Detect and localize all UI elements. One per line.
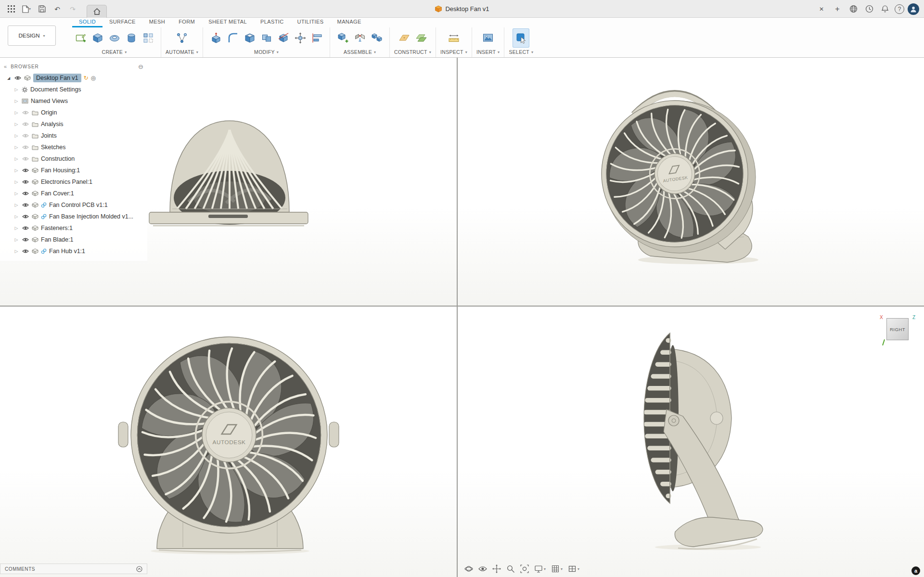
revolve-torus-button[interactable]: [106, 28, 123, 48]
browser-item-label[interactable]: Named Views: [31, 98, 68, 104]
expand-comments-icon[interactable]: [136, 566, 142, 572]
expand-arrow-icon[interactable]: ▷: [13, 145, 19, 150]
browser-root-item[interactable]: ◢ Desktop Fan v1 ↻ ◎: [0, 72, 147, 84]
browser-item-document-settings[interactable]: ▷Document Settings: [0, 84, 147, 95]
tab-utilities[interactable]: UTILITIES: [291, 18, 331, 27]
browser-item-label[interactable]: Fan Cover:1: [41, 190, 74, 197]
home-tab[interactable]: [87, 5, 107, 18]
viewcube-face[interactable]: RIGHT: [886, 318, 909, 340]
visibility-eye-icon[interactable]: [22, 133, 29, 138]
redo-button[interactable]: ↷: [66, 3, 79, 15]
pattern-button[interactable]: [140, 28, 156, 48]
expand-arrow-icon[interactable]: ▷: [13, 191, 19, 196]
viewcube[interactable]: X Z RIGHT: [886, 318, 910, 341]
tab-solid[interactable]: SOLID: [72, 18, 103, 27]
browser-item-fan-hub-v1-1[interactable]: ▷Fan Hub v1:1: [0, 245, 147, 257]
notifications-bell-icon[interactable]: [879, 3, 891, 15]
expand-arrow-icon[interactable]: ▷: [13, 87, 19, 92]
browser-item-fan-cover-1[interactable]: ▷Fan Cover:1: [0, 188, 147, 199]
browser-item-label[interactable]: Fasteners:1: [41, 225, 73, 231]
align-button[interactable]: [308, 28, 325, 48]
expand-arrow-icon[interactable]: ▷: [13, 156, 19, 161]
expand-arrow-icon[interactable]: ▷: [13, 226, 19, 231]
select-button[interactable]: [513, 28, 529, 48]
browser-item-origin[interactable]: ▷Origin: [0, 107, 147, 118]
expand-arrow-icon[interactable]: ▷: [13, 99, 19, 103]
look-at-button[interactable]: [478, 565, 487, 572]
save-button[interactable]: [36, 3, 48, 15]
file-menu-icon[interactable]: ▾: [20, 3, 33, 15]
browser-item-joints[interactable]: ▷Joints: [0, 130, 147, 141]
browser-item-fasteners-1[interactable]: ▷Fasteners:1: [0, 222, 147, 234]
press-pull-button[interactable]: [207, 28, 224, 48]
expand-arrow-icon[interactable]: ▷: [13, 110, 19, 115]
move-copy-button[interactable]: [292, 28, 308, 48]
visibility-eye-icon[interactable]: [22, 191, 29, 196]
browser-item-label[interactable]: Sketches: [41, 144, 65, 151]
expand-arrow-icon[interactable]: ▷: [13, 180, 19, 184]
expand-arrow-icon[interactable]: ▷: [13, 122, 19, 127]
expand-arrow-icon[interactable]: ▷: [13, 203, 19, 207]
create-sketch-button[interactable]: [72, 28, 89, 48]
visibility-eye-icon[interactable]: [22, 168, 29, 173]
sync-status-icon[interactable]: ↻: [84, 75, 89, 81]
browser-root-label[interactable]: Desktop Fan v1: [33, 74, 81, 82]
joint-button[interactable]: [351, 28, 368, 48]
viewport-front-view[interactable]: AUTODESK: [0, 307, 457, 577]
shell-button[interactable]: [241, 28, 258, 48]
visibility-eye-icon[interactable]: [22, 214, 29, 219]
expand-arrow-icon[interactable]: ◢: [6, 76, 12, 80]
browser-item-sketches[interactable]: ▷Sketches: [0, 141, 147, 153]
viewport-right-view[interactable]: X Z RIGHT ▾ ▾ ▾: [458, 307, 924, 577]
measure-button[interactable]: [446, 28, 462, 48]
app-grid-menu-icon[interactable]: [5, 3, 17, 15]
rigid-group-button[interactable]: [368, 28, 385, 48]
browser-item-label[interactable]: Fan Housing:1: [41, 167, 80, 174]
browser-item-label[interactable]: Fan Control PCB v1:1: [49, 202, 108, 208]
zoom-button[interactable]: [506, 564, 515, 573]
activate-component-radio-icon[interactable]: ◎: [91, 75, 96, 81]
grid-display-button[interactable]: ▾: [551, 564, 563, 573]
close-document-button[interactable]: ✕: [815, 3, 828, 15]
visibility-eye-icon[interactable]: [22, 203, 29, 207]
viewport-divider-horizontal[interactable]: [0, 306, 924, 307]
expand-arrow-icon[interactable]: ▷: [13, 168, 19, 173]
browser-item-construction[interactable]: ▷Construction: [0, 153, 147, 165]
viewport-iso-view[interactable]: AUTODESK: [458, 58, 924, 306]
browser-item-fan-blade-1[interactable]: ▷Fan Blade:1: [0, 234, 147, 245]
insert-group-dropdown[interactable]: INSERT▾: [476, 49, 500, 55]
browser-item-label[interactable]: Fan Blade:1: [41, 236, 73, 243]
construct-plane-button[interactable]: [396, 28, 413, 48]
combine-button[interactable]: [258, 28, 275, 48]
tab-mesh[interactable]: MESH: [142, 18, 172, 27]
browser-item-electronics-panel-1[interactable]: ▷Electronics Panel:1: [0, 176, 147, 188]
tab-sheet-metal[interactable]: SHEET METAL: [202, 18, 254, 27]
extensions-globe-icon[interactable]: [847, 3, 860, 15]
tab-plastic[interactable]: PLASTIC: [254, 18, 291, 27]
tab-form[interactable]: FORM: [172, 18, 202, 27]
expand-arrow-icon[interactable]: ▷: [13, 214, 19, 219]
tab-manage[interactable]: MANAGE: [331, 18, 368, 27]
visibility-eye-icon[interactable]: [22, 145, 29, 150]
construct-offset-plane-button[interactable]: [413, 28, 430, 48]
comments-bar[interactable]: COMMENTS: [0, 564, 147, 574]
select-group-dropdown[interactable]: SELECT▾: [509, 49, 533, 55]
assemble-group-dropdown[interactable]: ASSEMBLE▾: [344, 49, 376, 55]
visibility-eye-icon[interactable]: [22, 110, 29, 115]
collapse-all-icon[interactable]: ⊖: [138, 63, 143, 70]
insert-canvas-button[interactable]: [480, 28, 497, 48]
visibility-eye-icon[interactable]: [22, 237, 29, 242]
orbit-button[interactable]: [464, 564, 473, 573]
browser-item-label[interactable]: Analysis: [41, 121, 64, 128]
create-group-dropdown[interactable]: CREATE▾: [102, 49, 127, 55]
browser-item-label[interactable]: Construction: [41, 155, 75, 162]
automate-button[interactable]: [174, 28, 191, 48]
extrude-button[interactable]: [89, 28, 106, 48]
autodesk-assistant-icon[interactable]: a: [911, 566, 920, 575]
visibility-eye-icon[interactable]: [22, 156, 29, 161]
visibility-eye-icon[interactable]: [22, 226, 29, 231]
visibility-eye-icon[interactable]: [22, 122, 29, 127]
construct-group-dropdown[interactable]: CONSTRUCT▾: [394, 49, 431, 55]
browser-item-label[interactable]: Origin: [41, 109, 57, 116]
browser-item-fan-housing-1[interactable]: ▷Fan Housing:1: [0, 165, 147, 176]
